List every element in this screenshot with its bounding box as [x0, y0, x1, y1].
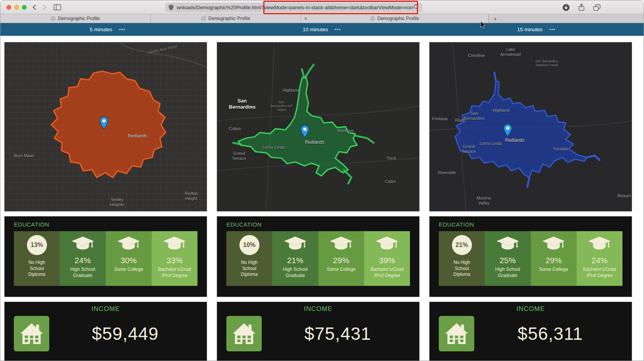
sidebar-toggle-button[interactable] [53, 3, 62, 12]
map-label: Grand Terrace [458, 144, 480, 154]
percent-circle: 13% [27, 235, 47, 255]
map-label: Beaum [617, 193, 631, 198]
panel-menu-button[interactable]: ••• [119, 27, 126, 32]
education-tiles: 10% No High School Diploma 21% High Scho… [226, 231, 410, 286]
reload-button[interactable] [413, 4, 419, 11]
tab-overview-button[interactable] [593, 4, 601, 12]
house-glyph-icon [232, 323, 256, 344]
edu-tile-some-college: 30% Some College [106, 231, 152, 286]
edu-tile-label: Some College [318, 267, 364, 273]
house-glyph-icon [445, 323, 468, 344]
map-15min[interactable]: Crestline Lake Arrowhead San Bernardino … [429, 42, 632, 212]
edu-tile-pct: 21% [456, 242, 468, 249]
map-label: Highland [493, 108, 509, 113]
privacy-shield-icon [169, 5, 174, 10]
map-label: San Bernardino [229, 98, 256, 110]
edu-tile-pct: 24% [60, 256, 105, 265]
education-tiles: 21% No High School Diploma 25% High Scho… [439, 231, 622, 286]
edu-tile-label: No High School Diploma [447, 260, 477, 278]
income-panel: INCOME $56,311 [429, 302, 632, 361]
income-value: $59,449 [53, 323, 197, 344]
panel-menu-button[interactable]: ••• [549, 27, 556, 32]
url-field[interactable]: wnloads/Demographic%20Profile.html?viewM… [165, 3, 422, 12]
edu-tile-pct: 24% [577, 256, 622, 265]
new-tab-area: + [488, 14, 644, 23]
panel-menu-button[interactable]: ••• [335, 27, 341, 32]
panel-header-15min: 15 minutes ••• [429, 23, 644, 36]
income-row: $59,449 [14, 316, 197, 351]
drive-time-toolbar: 5 minutes ••• 10 minutes ••• 15 minutes … [0, 23, 644, 36]
browser-window: wnloads/Demographic%20Profile.html?viewM… [0, 0, 644, 361]
graduation-cap-icon [497, 237, 519, 252]
graduation-cap-icon [542, 237, 565, 252]
map-label: San Bernardino Int'l Airport [270, 100, 293, 112]
education-panel: EDUCATION 21% No High School Diploma 25%… [429, 216, 632, 297]
map-label: Yucaipa [553, 146, 568, 151]
tab-bar: Demographic Profile Demographic Profile … [0, 14, 644, 23]
edu-tile-no-diploma: 10% No High School Diploma [226, 231, 272, 286]
forward-button[interactable] [40, 3, 49, 12]
downloads-button[interactable] [562, 4, 570, 13]
map-label: Lake Arrowhead [498, 47, 523, 57]
back-button[interactable] [30, 3, 39, 12]
edu-tile-pct: 10% [243, 242, 256, 249]
panel-column-5min: Santa Ana River Redlands Bryn Mawr Smile… [4, 42, 207, 361]
tab-favicon-icon [370, 16, 375, 21]
map-label: San Bernardino [462, 111, 487, 121]
map-label: Bryn Mawr [14, 153, 34, 158]
minimize-window-button[interactable] [14, 5, 19, 10]
map-10min[interactable]: Highland San Bernardino San Bernardino I… [217, 42, 420, 212]
map-label: Redlan [185, 191, 198, 196]
percent-circle: 10% [239, 235, 259, 255]
education-title: EDUCATION [14, 221, 197, 228]
tab-label: Demographic Profile [208, 16, 250, 21]
edu-tile-label: No High School Diploma [234, 260, 264, 278]
share-icon [578, 3, 585, 11]
chrome-right-buttons [562, 3, 601, 13]
tab-demographic-profile-1[interactable]: Demographic Profile [0, 14, 151, 23]
drive-time-label: 10 minutes [303, 27, 328, 32]
map-label: Colton [229, 126, 241, 131]
edu-tile-some-college: 29% Some College [318, 231, 364, 286]
chevron-left-icon [32, 4, 37, 10]
map-label: Calim [385, 179, 396, 184]
url-prefix: wnloads/Demographic%20Profile.h [177, 5, 254, 10]
reload-icon [413, 4, 419, 10]
graduation-cap-icon [163, 237, 186, 252]
edu-tile-pct: 13% [31, 242, 43, 249]
graduation-cap-icon [588, 237, 611, 252]
url-text: wnloads/Demographic%20Profile.html?viewM… [177, 5, 413, 10]
share-button[interactable] [578, 3, 585, 13]
chevron-right-icon [42, 4, 47, 10]
income-panel: INCOME $59,449 [4, 302, 207, 361]
tab-label: Demographic Profile [58, 16, 100, 21]
dashboard-content: Santa Ana River Redlands Bryn Mawr Smile… [0, 36, 644, 361]
edu-tile-label: High School Graduate [272, 267, 318, 279]
map-label: Smiley Heights [105, 197, 129, 207]
close-window-button[interactable] [7, 5, 11, 10]
edu-tile-no-diploma: 21% No High School Diploma [439, 231, 485, 286]
tab-close-button[interactable]: × [304, 15, 307, 22]
map-5min[interactable]: Santa Ana River Redlands Bryn Mawr Smile… [4, 42, 207, 212]
education-panel: EDUCATION 13% No High School Diploma 24%… [4, 216, 207, 297]
new-tab-button[interactable]: + [493, 15, 497, 22]
edu-tile-bachelors: 33% Bachelor's/Grad /Prof Degree [152, 231, 197, 286]
income-value: $75,431 [266, 323, 410, 344]
map-label: Redlands [505, 138, 525, 143]
panel-column-15min: Crestline Lake Arrowhead San Bernardino … [429, 42, 632, 361]
map-label: Loma Linda [263, 145, 285, 150]
edu-tile-label: Some College [531, 267, 577, 273]
tab-demographic-profile-2[interactable]: Demographic Profile [151, 14, 301, 23]
income-value: $56,311 [478, 323, 622, 344]
location-pin-icon [300, 125, 309, 138]
tab-demographic-profile-3[interactable]: × Demographic Profile [301, 14, 488, 23]
income-row: $56,311 [439, 316, 622, 351]
edu-tile-label: High School Graduate [485, 267, 530, 279]
map-canvas [217, 42, 419, 211]
zoom-window-button[interactable] [22, 5, 27, 10]
drive-time-polygon-15min [455, 81, 587, 178]
income-row: $75,431 [226, 316, 410, 351]
education-title: EDUCATION [439, 221, 622, 228]
education-title: EDUCATION [226, 221, 410, 228]
education-panel: EDUCATION 10% No High School Diploma 21%… [217, 216, 420, 297]
